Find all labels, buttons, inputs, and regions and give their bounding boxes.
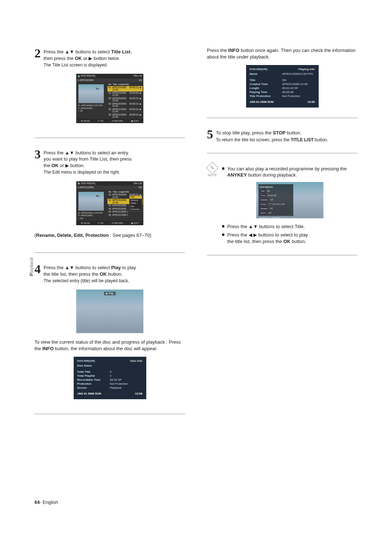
bullet-icon xyxy=(222,234,224,236)
step-2-number: 2 xyxy=(34,47,41,68)
step-3-number: 3 xyxy=(34,148,41,175)
step-2-block: 2 Press the ▲▼ buttons to select Title L… xyxy=(34,47,185,123)
info-button-tip: To view the current status of the disc a… xyxy=(34,339,185,352)
play-right-icon: ▶ xyxy=(89,56,92,61)
step-4-block: 4 Press the ▲▼ buttons to select Play to… xyxy=(34,263,185,399)
playback-screenshot: ▶ Play xyxy=(76,290,143,333)
table-row: 06APR/21/2006 12:3000:08:16▶ xyxy=(107,113,143,119)
edit-menu-ref: (Rename, Delete, Edit, Protection : See … xyxy=(34,232,185,238)
note-icon: NOTE xyxy=(207,163,218,245)
table-row: 04APR/20/2006 12:3000:00:16▶ xyxy=(107,102,143,108)
bullet-icon xyxy=(222,225,224,227)
anykey-overlay-screenshot: DVD-RW(VR) Title5/6 Time00 00 08 Subtitl… xyxy=(256,182,323,218)
playing-info-table: DVD-RW(VR)Playing Info NameAPR/21/200612… xyxy=(246,65,319,108)
up-down-icon: ▲▼ xyxy=(65,265,74,270)
step-5-number: 5 xyxy=(207,128,213,143)
right-column: Press the INFO button once again. Then y… xyxy=(207,47,358,424)
step-3-block: 3 Press the ▲▼ buttons to select an entr… xyxy=(34,148,185,238)
bullet-icon xyxy=(222,167,224,170)
side-tab: Playback xyxy=(29,257,34,276)
step-5-block: 5 To stop title play, press the STOP but… xyxy=(207,128,358,143)
disc-info-table: DVD-RW(VR)Disc Info Disc Name Total Titl… xyxy=(74,357,146,399)
title-list-screenshot-1: DVD-RW(VR) Title List ≡ APR/19/2006 1/6 … xyxy=(76,74,143,123)
play-right-icon: ▶ xyxy=(65,163,69,168)
page-content: 2 Press the ▲▼ buttons to select Title L… xyxy=(0,0,392,446)
left-right-icon: ◀ ▶ xyxy=(249,232,257,238)
table-row: 01APR/19/2006 12:0000:00:21▶ xyxy=(107,86,143,92)
up-down-icon: ▲▼ xyxy=(65,49,74,54)
title-list-screenshot-2: DVD-RW(VR) Title List ≡ APR/21/2006 5/6 … xyxy=(76,181,143,226)
table-row: 03APR/20/2006 12:0000:00:15▶ xyxy=(107,97,143,102)
up-down-icon: ▲▼ xyxy=(65,150,74,155)
note-block: NOTE You can also play a recorded progra… xyxy=(207,163,358,245)
left-column: 2 Press the ▲▼ buttons to select Title L… xyxy=(34,47,185,424)
table-row: 06APR/21/2006 1 xyxy=(107,214,143,217)
up-down-icon: ▲▼ xyxy=(249,224,258,229)
page-footer: 64- English xyxy=(34,499,58,505)
info-again-tip: Press the INFO button once again. Then y… xyxy=(207,47,358,60)
edit-popup: Play Rename Delete Edit Protection xyxy=(129,195,142,212)
step-4-number: 4 xyxy=(34,263,41,284)
table-row: 05APR/21/2006 12:0000:06:32▶ xyxy=(107,108,143,113)
table-row: 02APR/19/2006 12:3000:00:03▶ xyxy=(107,92,143,97)
